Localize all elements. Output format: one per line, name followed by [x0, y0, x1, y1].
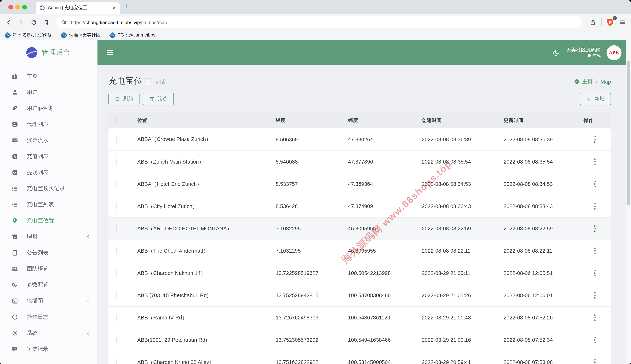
sidebar-item-4[interactable]: 代理列表 [0, 116, 97, 132]
sidebar-item-label: 系统 [27, 330, 77, 336]
table-row[interactable]: ABB（ART DECO HOTEL MONTANA）7.103229546.8… [108, 217, 611, 240]
row-actions-kebab-icon[interactable] [584, 314, 611, 321]
table-row[interactable]: ABB（Charoen Krung 38 Alley）13.7516328229… [108, 351, 611, 364]
table-row[interactable]: ABB（Rama IV Rd）13.726762498303100.543073… [108, 306, 611, 328]
window-minimize-button[interactable] [15, 5, 20, 10]
url-bar[interactable]: https://chongdianbao.timibbs.vip/timibbs… [56, 16, 582, 28]
tab-close-icon[interactable]: ✕ [112, 5, 116, 10]
col-latitude[interactable]: 纬度 [348, 117, 422, 124]
new-tab-button[interactable]: + [124, 2, 128, 10]
row-latitude: 46.8095955 [348, 248, 422, 254]
row-checkbox[interactable] [116, 292, 116, 299]
main-area: 天美社区源码网 在线 ABB 充电宝位置 列表 [97, 40, 631, 364]
row-checkbox[interactable] [116, 248, 116, 254]
share-icon[interactable] [588, 17, 598, 28]
filter-button[interactable]: 筛选 [143, 93, 174, 105]
breadcrumb-home-label: 主页 [582, 78, 593, 85]
table-row[interactable]: ABBA（Crowne Plaza Zurich）8.50636947.3802… [108, 128, 611, 150]
sidebar-item-16[interactable]: 操作日志 [0, 309, 97, 325]
sidebar-item-14[interactable]: 参数配置 [0, 277, 97, 293]
table-row[interactable]: ABB（Zurich Main Station）8.54008847.37789… [108, 150, 611, 173]
bookmark-item-1[interactable]: Tm程序搭建/开发/修复 [5, 32, 52, 38]
sidebar-item-13[interactable]: 团队概览 [0, 261, 97, 277]
browser-menu-icon[interactable] [617, 17, 627, 28]
bookmark-ribbon-icon[interactable] [41, 17, 51, 28]
sidebar-item-6[interactable]: A充值列表 [0, 148, 97, 164]
row-actions-kebab-icon[interactable] [584, 158, 611, 165]
sidebar-item-1[interactable]: 主页 [0, 68, 97, 84]
row-actions-kebab-icon[interactable] [584, 136, 611, 143]
sidebar-item-15[interactable]: 轮播图 [0, 293, 97, 309]
row-checkbox[interactable] [116, 336, 116, 343]
row-actions-kebab-icon[interactable] [584, 359, 611, 364]
sidebar-item-18[interactable]: 短信记录 [0, 341, 97, 357]
bookmark-item-3[interactable]: TmTG：@tianmeibbs [110, 32, 156, 38]
row-checkbox[interactable] [116, 158, 116, 165]
tune-icon[interactable] [61, 19, 67, 25]
row-actions-kebab-icon[interactable] [584, 336, 611, 343]
bookmark-item-2[interactable]: Tm认准->天美社区 [61, 32, 100, 38]
table-row[interactable]: ABBA（Hotel One Zurich）8.53375747.3693642… [108, 173, 611, 195]
row-checkbox[interactable] [116, 359, 116, 364]
row-actions-kebab-icon[interactable] [584, 180, 611, 188]
row-checkbox[interactable] [116, 314, 116, 321]
col-created[interactable]: 创建时间 [422, 117, 504, 124]
back-icon[interactable] [4, 17, 14, 28]
sidebar-item-8[interactable]: 充电宝购买记录 [0, 180, 97, 196]
sidebar-logo[interactable]: 管理后台 [0, 40, 97, 65]
window-close-button[interactable] [8, 5, 13, 10]
dark-mode-moon-icon[interactable] [552, 48, 560, 56]
table-row[interactable]: ABB（The Chedi Andermatt）7.103229546.8095… [108, 240, 611, 262]
table-row[interactable]: ABB(1091, 29 Petchaburi Rd)13.7523055732… [108, 328, 611, 351]
url-text[interactable]: https://chongdianbao.timibbs.vip/timibbs… [71, 20, 167, 25]
avatar[interactable]: ABB [606, 45, 622, 60]
row-created: 2022-03-29 21:00:48 [422, 315, 504, 320]
col-longitude[interactable]: 经度 [276, 117, 348, 124]
row-checkbox[interactable] [116, 270, 116, 276]
col-updated-label: 更新时间 [504, 117, 523, 124]
sidebar-item-12[interactable]: 公告列表 [0, 244, 97, 261]
comment-icon [11, 346, 18, 352]
tab-strip: Admin | 充电宝位置 ✕ + [0, 0, 631, 14]
table-row[interactable]: ABB（Charoen Nakhon 14）13.722598519627100… [108, 262, 611, 284]
row-updated: 2022-08-08 07:52:34 [504, 337, 584, 343]
select-all-checkbox[interactable] [116, 117, 116, 124]
sidebar-item-label: 充电宝列表 [27, 201, 90, 208]
row-latitude: 47.369364 [348, 181, 422, 187]
window-zoom-button[interactable] [22, 5, 27, 10]
sidebar-item-2[interactable]: 用户 [0, 84, 97, 100]
browser-tab[interactable]: Admin | 充电宝位置 ✕ [36, 2, 120, 14]
row-checkbox[interactable] [116, 203, 116, 210]
sidebar-toggle-icon[interactable] [107, 49, 113, 56]
user-brand-block[interactable]: 天美社区源码网 在线 [566, 47, 601, 58]
row-checkbox[interactable] [116, 181, 116, 187]
sidebar-item-5[interactable]: 1资金流水 [0, 132, 97, 148]
sidebar-item-7[interactable]: 提现列表 [0, 164, 97, 180]
sidebar-item-9[interactable]: 充电宝列表 [0, 196, 97, 212]
brave-shield-icon[interactable]: 1 [606, 18, 615, 27]
row-latitude: 47.377896 [348, 159, 422, 165]
row-actions-kebab-icon[interactable] [584, 247, 611, 254]
row-checkbox[interactable] [116, 136, 116, 142]
sidebar-item-17[interactable]: 系统 [0, 325, 97, 341]
add-button[interactable]: 新增 [580, 93, 611, 105]
sidebar-item-10[interactable]: 充电宝位置 [0, 212, 97, 228]
row-actions-kebab-icon[interactable] [584, 203, 611, 210]
reload-icon[interactable] [28, 17, 39, 28]
row-actions-kebab-icon[interactable] [584, 270, 611, 276]
forward-icon[interactable] [16, 17, 26, 28]
refresh-label: 刷新 [123, 96, 133, 102]
row-actions-kebab-icon[interactable] [584, 225, 611, 232]
refresh-button[interactable]: 刷新 [108, 93, 140, 105]
page-scrollbar[interactable] [626, 40, 631, 364]
scrollbar-thumb[interactable] [627, 61, 630, 205]
col-updated[interactable]: 更新时间 ↑ [504, 117, 584, 124]
row-actions-kebab-icon[interactable] [584, 292, 611, 299]
row-checkbox[interactable] [116, 225, 116, 232]
table-row[interactable]: ABB（City Hotel Zurich）8.53642847.3749092… [108, 195, 611, 217]
sidebar-item-3[interactable]: 用户ip检测 [0, 100, 97, 116]
table-row[interactable]: ABB (703, 15 Phetchaburi Rd)13.752528942… [108, 284, 611, 306]
sidebar-item-11[interactable]: 理财 [0, 228, 97, 244]
breadcrumb-home-link[interactable]: 主页 [574, 78, 593, 85]
col-location[interactable]: 位置 [137, 117, 276, 124]
